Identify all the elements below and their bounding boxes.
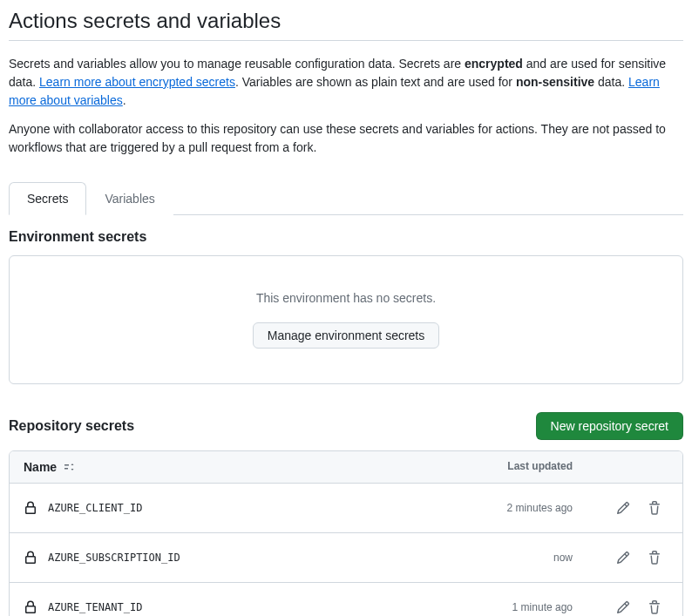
trash-icon bbox=[648, 501, 661, 515]
table-row: AZURE_SUBSCRIPTION_ID now bbox=[10, 533, 682, 583]
pencil-icon bbox=[616, 600, 630, 614]
intro-text-part: . bbox=[123, 93, 126, 107]
repository-secrets-title: Repository secrets bbox=[9, 418, 134, 434]
trash-icon bbox=[648, 600, 661, 614]
page-title: Actions secrets and variables bbox=[9, 9, 683, 41]
secret-name: AZURE_CLIENT_ID bbox=[48, 502, 142, 514]
intro-paragraph-2: Anyone with collaborator access to this … bbox=[9, 120, 683, 157]
edit-button[interactable] bbox=[609, 595, 637, 616]
repository-secrets-header: Repository secrets New repository secret bbox=[9, 412, 683, 440]
tabs: Secrets Variables bbox=[9, 181, 683, 215]
table-header: Name Last updated bbox=[10, 451, 682, 484]
table-row: AZURE_CLIENT_ID 2 minutes ago bbox=[10, 484, 682, 533]
secret-updated: 1 minute ago bbox=[468, 601, 573, 613]
new-repository-secret-button[interactable]: New repository secret bbox=[536, 412, 683, 440]
secret-name: AZURE_SUBSCRIPTION_ID bbox=[48, 552, 180, 564]
tab-secrets[interactable]: Secrets bbox=[9, 182, 86, 215]
delete-button[interactable] bbox=[641, 595, 668, 616]
link-encrypted-secrets[interactable]: Learn more about encrypted secrets bbox=[39, 75, 235, 89]
pencil-icon bbox=[616, 551, 630, 565]
lock-icon bbox=[24, 551, 37, 565]
delete-button[interactable] bbox=[641, 545, 668, 570]
edit-button[interactable] bbox=[609, 496, 637, 520]
table-row: AZURE_TENANT_ID 1 minute ago bbox=[10, 583, 682, 616]
column-header-actions bbox=[573, 460, 668, 474]
edit-button[interactable] bbox=[609, 545, 637, 570]
intro-text-part: . Variables are shown as plain text and … bbox=[235, 75, 516, 89]
secret-updated: now bbox=[468, 552, 573, 564]
pencil-icon bbox=[616, 501, 630, 515]
column-header-name[interactable]: Name bbox=[24, 460, 468, 474]
repository-secrets-table: Name Last updated AZURE_CLIENT_ID 2 minu… bbox=[9, 450, 683, 616]
intro-bold-nonsensitive: non-sensitive bbox=[516, 75, 594, 89]
environment-secrets-title: Environment secrets bbox=[9, 229, 683, 245]
environment-empty-text: This environment has no secrets. bbox=[27, 291, 665, 305]
lock-icon bbox=[24, 600, 37, 614]
manage-environment-secrets-button[interactable]: Manage environment secrets bbox=[253, 322, 440, 349]
trash-icon bbox=[648, 551, 661, 565]
environment-secrets-empty-box: This environment has no secrets. Manage … bbox=[9, 255, 683, 384]
secret-name: AZURE_TENANT_ID bbox=[48, 601, 142, 613]
intro-text-part: Secrets and variables allow you to manag… bbox=[9, 57, 465, 71]
column-header-name-label: Name bbox=[24, 460, 57, 474]
secret-updated: 2 minutes ago bbox=[468, 502, 573, 514]
intro-bold-encrypted: encrypted bbox=[465, 57, 523, 71]
column-header-last-updated: Last updated bbox=[468, 460, 573, 474]
intro-text: Secrets and variables allow you to manag… bbox=[9, 55, 683, 157]
lock-icon bbox=[24, 501, 37, 515]
sort-icon bbox=[62, 460, 76, 474]
delete-button[interactable] bbox=[641, 496, 668, 520]
tab-variables[interactable]: Variables bbox=[86, 182, 173, 215]
intro-text-part: data. bbox=[594, 75, 628, 89]
